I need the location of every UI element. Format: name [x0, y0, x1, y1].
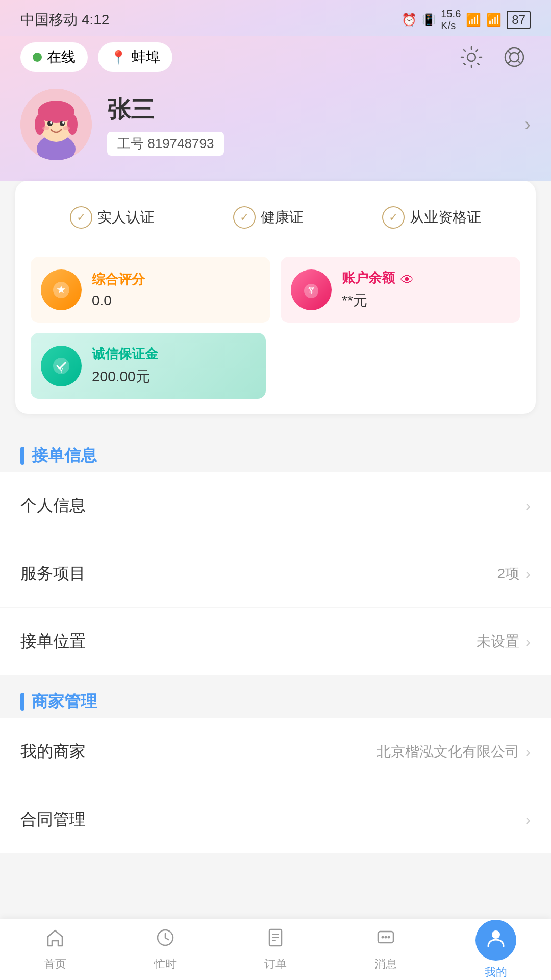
location-label: 蚌埠 — [132, 47, 160, 67]
nav-item-orders[interactable]: 订单 — [240, 927, 311, 972]
settings-button[interactable] — [455, 41, 488, 74]
verify-qualification[interactable]: ✓ 从业资格证 — [382, 206, 481, 229]
vibrate-icon: 📳 — [422, 13, 436, 27]
main-content: ✓ 实人认证 ✓ 健康证 ✓ 从业资格证 ★ — [0, 181, 551, 915]
verify-qual-icon: ✓ — [382, 206, 405, 229]
svg-text:¥: ¥ — [59, 366, 63, 375]
score-details: 综合评分 0.0 — [92, 271, 260, 309]
svg-point-11 — [35, 114, 45, 135]
balance-card[interactable]: ¥ 账户余额 👁 **元 — [281, 257, 520, 323]
nav-label-busy: 忙时 — [154, 957, 177, 972]
cards-container: ✓ 实人认证 ✓ 健康证 ✓ 从业资格证 ★ — [15, 181, 536, 414]
svg-point-33 — [388, 936, 390, 939]
deposit-label: 诚信保证金 — [92, 345, 158, 363]
section-title-2: 商家管理 — [32, 691, 97, 713]
menu-item-contract[interactable]: 合同管理 › — [0, 786, 551, 853]
profile-name: 张三 — [107, 94, 509, 126]
menu-value-services: 2项 — [497, 564, 519, 583]
menu-label-personal: 个人信息 — [20, 495, 86, 517]
online-dot — [33, 53, 42, 62]
nav-item-mine[interactable]: 我的 — [460, 920, 532, 980]
location-icon: 📍 — [110, 50, 127, 65]
arrow-icon-my-merchant: › — [525, 743, 531, 761]
svg-line-6 — [518, 61, 521, 64]
menu-label-services: 服务项目 — [20, 562, 86, 585]
section-merchant-mgmt: 商家管理 — [0, 675, 551, 718]
menu-item-services[interactable]: 服务项目 2项 › — [0, 540, 551, 608]
menu-item-location[interactable]: 接单位置 未设置 › — [0, 608, 551, 675]
svg-point-13 — [47, 121, 53, 126]
menu-label-contract: 合同管理 — [20, 808, 86, 831]
mine-icon — [485, 927, 507, 953]
status-icons: ⏰ 📳 15.6K/s 📶 📶 87 — [402, 8, 531, 32]
svg-point-31 — [382, 936, 384, 939]
svg-point-18 — [63, 126, 70, 130]
nav-label-orders: 订单 — [264, 957, 287, 972]
nav-active-indicator — [475, 920, 516, 961]
menu-right-contract: › — [519, 811, 531, 828]
svg-line-3 — [508, 51, 511, 54]
speed-indicator: 15.6K/s — [441, 8, 461, 32]
status-bar: 中国移动 4:12 ⏰ 📳 15.6K/s 📶 📶 87 — [0, 0, 551, 36]
balance-label: 账户余额 — [342, 269, 395, 287]
wifi-icon: 📶 — [466, 13, 481, 27]
score-balance-row: ★ 综合评分 0.0 ¥ — [31, 257, 520, 323]
menu-right-my-merchant: 北京楷泓文化有限公司 › — [377, 742, 531, 762]
online-label: 在线 — [47, 47, 76, 67]
orders-icon — [265, 927, 286, 952]
online-badge: 在线 — [20, 42, 88, 72]
employee-id-badge: 工号 819748793 — [107, 132, 224, 156]
eye-icon[interactable]: 👁 — [400, 272, 414, 288]
section-bar-1 — [20, 447, 24, 465]
svg-line-5 — [508, 61, 511, 64]
nav-item-home[interactable]: 首页 — [19, 927, 91, 972]
signal-icon: 📶 — [486, 13, 502, 27]
svg-point-17 — [42, 126, 49, 130]
svg-point-32 — [385, 936, 387, 939]
header-action-icons — [455, 41, 531, 74]
messages-icon — [375, 927, 396, 952]
support-button[interactable] — [498, 41, 531, 74]
menu-label-location: 接单位置 — [20, 630, 86, 653]
verify-health[interactable]: ✓ 健康证 — [233, 206, 304, 229]
verify-real-id[interactable]: ✓ 实人认证 — [70, 206, 155, 229]
home-icon — [45, 927, 65, 952]
verify-check-icon: ✓ — [70, 206, 92, 229]
menu-list-order: 个人信息 › 服务项目 2项 › 接单位置 未设置 › — [0, 472, 551, 675]
deposit-card[interactable]: ¥ 诚信保证金 200.00元 — [31, 333, 266, 399]
header-status-area: 在线 📍 蚌埠 — [20, 42, 172, 72]
menu-item-personal-info[interactable]: 个人信息 › — [0, 472, 551, 540]
svg-point-0 — [467, 53, 475, 61]
balance-value: **元 — [342, 291, 510, 310]
location-badge[interactable]: 📍 蚌埠 — [98, 42, 172, 72]
svg-point-2 — [510, 53, 519, 62]
alarm-icon: ⏰ — [402, 13, 417, 27]
score-label: 综合评分 — [92, 271, 260, 288]
svg-text:¥: ¥ — [308, 286, 314, 296]
menu-label-my-merchant: 我的商家 — [20, 741, 86, 763]
nav-item-busy[interactable]: 忙时 — [130, 927, 201, 972]
header: 在线 📍 蚌埠 — [0, 36, 551, 181]
score-card[interactable]: ★ 综合评分 0.0 — [31, 257, 270, 323]
profile-info: 张三 工号 819748793 — [107, 94, 509, 156]
arrow-icon-services: › — [525, 565, 531, 582]
verify-qual-label: 从业资格证 — [410, 208, 481, 227]
svg-point-34 — [492, 930, 500, 939]
profile-arrow-icon[interactable]: › — [524, 114, 531, 135]
profile-row[interactable]: 张三 工号 819748793 › — [20, 89, 531, 160]
score-icon: ★ — [41, 270, 82, 310]
svg-text:★: ★ — [56, 283, 66, 296]
nav-label-messages: 消息 — [374, 957, 397, 972]
menu-item-my-merchant[interactable]: 我的商家 北京楷泓文化有限公司 › — [0, 718, 551, 786]
deposit-value: 200.00元 — [92, 367, 158, 386]
section-order-info: 接单信息 — [0, 429, 551, 472]
arrow-icon-contract: › — [525, 811, 531, 828]
arrow-icon-personal: › — [525, 497, 531, 514]
nav-item-messages[interactable]: 消息 — [350, 927, 421, 972]
section-title-1: 接单信息 — [32, 445, 97, 467]
avatar — [20, 89, 92, 160]
status-carrier-time: 中国移动 4:12 — [20, 10, 109, 30]
svg-point-12 — [67, 114, 78, 135]
menu-value-location: 未设置 — [477, 632, 519, 651]
score-value: 0.0 — [92, 292, 260, 309]
